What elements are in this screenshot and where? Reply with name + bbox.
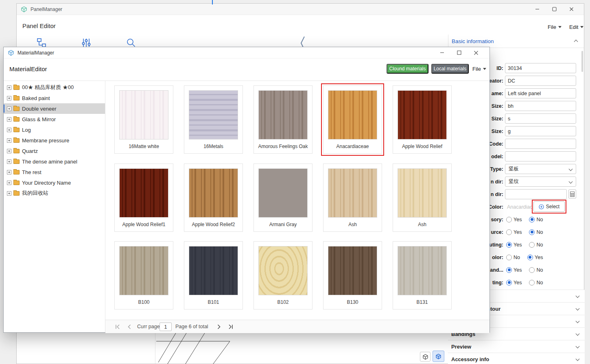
material-card[interactable]: Armani Gray [253, 163, 312, 232]
ysize-field[interactable] [505, 113, 576, 124]
material-card[interactable]: Apple Wood Relief1 [114, 163, 173, 232]
tree-item-recycle-bin[interactable]: 我的回收站 [4, 188, 105, 198]
maximize-button[interactable] [450, 47, 468, 58]
material-card[interactable]: 16Matte white [114, 85, 173, 154]
basic-information-header[interactable]: Basic information [448, 35, 584, 48]
tree-item-membrane-pressure[interactable]: Membrane pressure [4, 135, 105, 146]
file-menu[interactable]: File [472, 64, 486, 74]
expand-plus-icon[interactable] [7, 159, 11, 164]
material-card[interactable]: B100 [114, 241, 173, 310]
radio-option-no[interactable]: No [529, 217, 543, 222]
tree-item-label: Membrane pressure [22, 137, 69, 144]
grain-dir-select[interactable]: 竖纹 [505, 177, 576, 187]
name-field[interactable] [505, 88, 576, 98]
select-color-button[interactable]: Select [533, 201, 565, 212]
radio-option-no[interactable]: No [529, 280, 543, 286]
calculator-icon [570, 192, 575, 197]
material-card[interactable]: Apple Wood Relief2 [184, 163, 243, 232]
last-page-button[interactable] [228, 324, 234, 330]
expand-plus-icon[interactable] [7, 149, 11, 153]
tree-item-dense-amine-panel[interactable]: The dense amine panel [4, 156, 105, 167]
material-manager-titlebar: MaterialManager [4, 47, 489, 59]
maximize-icon [457, 50, 461, 55]
radio-icon [529, 280, 535, 286]
expand-plus-icon[interactable] [7, 181, 11, 185]
tree-item-premium-library[interactable]: 00★ 精品库材质 ★00 [4, 82, 105, 93]
first-page-button[interactable] [114, 324, 120, 330]
tree-item-double-veneer[interactable]: Double veneer [4, 103, 105, 114]
minimize-button[interactable] [529, 4, 546, 15]
material-swatch [328, 90, 377, 139]
zsize-field[interactable] [505, 126, 576, 136]
minimize-button[interactable] [433, 47, 450, 58]
radio-option-no[interactable]: No [506, 255, 520, 260]
material-card[interactable]: Ash [393, 163, 452, 232]
radio-label: Yes [514, 267, 522, 273]
prev-page-button[interactable] [127, 324, 133, 330]
material-card[interactable]: B130 [323, 241, 382, 310]
local-materials-button[interactable]: Local materials [431, 64, 469, 74]
radio-option-no[interactable]: No [529, 229, 543, 235]
cloud-materials-button[interactable]: Clound materials [387, 64, 428, 74]
expand-plus-icon[interactable] [7, 107, 11, 111]
radio-option-yes[interactable]: Yes [506, 280, 522, 286]
model-field[interactable] [505, 151, 576, 161]
folder-icon [13, 170, 20, 174]
view-3d-button[interactable] [420, 352, 430, 362]
xsize-field[interactable] [505, 101, 576, 111]
radio-option-no[interactable]: No [529, 267, 543, 273]
creator-field[interactable] [505, 76, 576, 86]
maximize-button[interactable] [546, 4, 563, 15]
expand-plus-icon[interactable] [7, 170, 11, 174]
chevron-right-icon [216, 324, 222, 330]
tree-item-glass-mirror[interactable]: Glass & Mirror [4, 114, 105, 124]
expand-plus-icon[interactable] [7, 191, 11, 196]
radio-option-yes[interactable]: Yes [506, 267, 522, 273]
code-field[interactable] [505, 139, 576, 149]
material-card[interactable]: B102 [253, 241, 312, 310]
tree-item-quartz[interactable]: Quartz [4, 146, 105, 156]
next-page-button[interactable] [216, 324, 222, 330]
expand-plus-icon[interactable] [7, 85, 11, 90]
radio-option-yes[interactable]: Yes [527, 255, 543, 260]
radio-icon [529, 267, 535, 273]
expand-plus-icon[interactable] [7, 128, 11, 132]
material-card[interactable]: Apple Wood Relief [393, 85, 452, 154]
material-card[interactable]: 16Metals [184, 85, 243, 154]
tree-item-the-rest[interactable]: The rest [4, 167, 105, 177]
material-name: Ash [395, 222, 450, 227]
close-button[interactable] [563, 4, 580, 15]
tree-item-baked-paint[interactable]: Baked paint [4, 93, 105, 103]
grain-dir-select-value: 竖纹 [509, 178, 519, 185]
id-field[interactable] [505, 63, 576, 73]
material-card[interactable]: Ash [323, 163, 382, 232]
close-button[interactable] [468, 47, 485, 58]
tree-item-log[interactable]: Log [4, 124, 105, 135]
file-menu[interactable]: File [548, 24, 562, 30]
material-card-selected[interactable]: Anacardiaceae [323, 85, 382, 154]
material-card[interactable]: B131 [393, 241, 452, 310]
chevron-down-icon [576, 344, 580, 349]
pattern-dir-field[interactable] [505, 189, 567, 199]
material-fill-button[interactable] [433, 351, 444, 362]
page-input[interactable] [160, 323, 172, 331]
radio-option-yes[interactable]: Yes [506, 229, 522, 235]
type-select[interactable]: 竖板 [505, 164, 576, 174]
material-card[interactable]: Amorous Feelings Oak [253, 85, 312, 154]
section-row-accessory-info[interactable]: Accessory info [448, 353, 585, 364]
expand-plus-icon[interactable] [7, 138, 11, 143]
edit-menu[interactable]: Edit [569, 24, 583, 30]
radio-option-yes[interactable]: Yes [506, 242, 522, 248]
section-row-preview[interactable]: Preview [448, 340, 585, 353]
material-name: Apple Wood Relief1 [116, 222, 171, 227]
calculator-button[interactable] [568, 190, 576, 198]
expand-plus-icon[interactable] [7, 117, 11, 122]
tree-item-label: The dense amine panel [22, 159, 77, 165]
tree-item-your-directory-name[interactable]: Your Directory Name [4, 177, 105, 188]
radio-selected-icon [527, 255, 533, 260]
radio-option-no[interactable]: No [529, 242, 543, 248]
material-card[interactable]: B101 [184, 241, 243, 310]
expand-plus-icon[interactable] [7, 96, 11, 100]
radio-label: No [536, 229, 543, 235]
radio-option-yes[interactable]: Yes [506, 217, 522, 222]
